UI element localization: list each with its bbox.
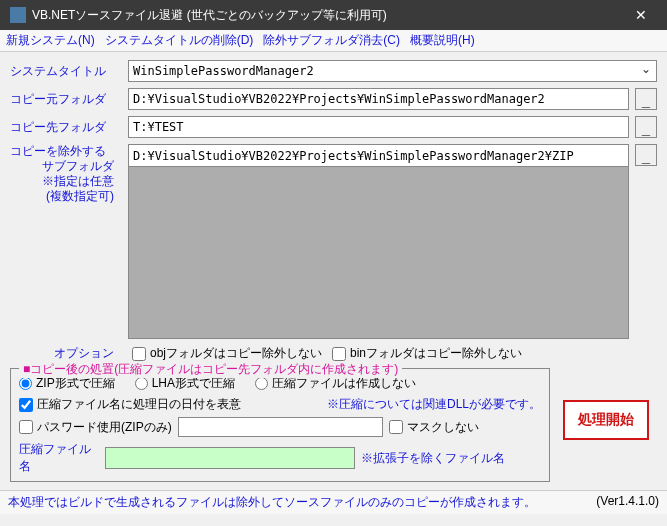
label-src-folder: コピー元フォルダ bbox=[10, 91, 122, 108]
label-system-title: システムタイトル bbox=[10, 63, 122, 80]
app-icon bbox=[10, 7, 26, 23]
ext-note: ※拡張子を除くファイル名 bbox=[361, 450, 505, 467]
password-input[interactable] bbox=[178, 417, 383, 437]
src-folder-browse-button[interactable]: _ bbox=[635, 88, 657, 110]
exclude-folder-input[interactable] bbox=[128, 144, 629, 166]
dst-folder-input[interactable] bbox=[128, 116, 629, 138]
group-title: ■コピー後の処置(圧縮ファイルはコピー先フォルダ内に作成されます) bbox=[19, 361, 402, 378]
obj-noexclude-checkbox[interactable]: objフォルダはコピー除外しない bbox=[132, 345, 322, 362]
obj-noexclude-input[interactable] bbox=[132, 347, 146, 361]
menu-new-system[interactable]: 新規システム(N) bbox=[6, 32, 95, 49]
password-checkbox-input[interactable] bbox=[19, 420, 33, 434]
nomask-checkbox-label: マスクしない bbox=[407, 419, 479, 436]
dst-folder-browse-button[interactable]: _ bbox=[635, 116, 657, 138]
titlebar: VB.NETソースファイル退避 (世代ごとのバックアップ等に利用可) ✕ bbox=[0, 0, 667, 30]
bin-noexclude-checkbox[interactable]: binフォルダはコピー除外しない bbox=[332, 345, 522, 362]
menu-help[interactable]: 概要説明(H) bbox=[410, 32, 475, 49]
label-compress-name: 圧縮ファイル名 bbox=[19, 441, 99, 475]
bin-noexclude-label: binフォルダはコピー除外しない bbox=[350, 345, 522, 362]
menu-delete-title[interactable]: システムタイトルの削除(D) bbox=[105, 32, 254, 49]
menu-clear-exclude[interactable]: 除外サブフォルダ消去(C) bbox=[263, 32, 400, 49]
password-checkbox[interactable]: パスワード使用(ZIPのみ) bbox=[19, 419, 172, 436]
src-folder-input[interactable] bbox=[128, 88, 629, 110]
exclude-folder-list[interactable] bbox=[128, 166, 629, 339]
zip-radio-input[interactable] bbox=[19, 377, 32, 390]
label-exclude-line3: ※指定は任意 bbox=[10, 174, 122, 189]
bin-noexclude-input[interactable] bbox=[332, 347, 346, 361]
version-text: (Ver1.4.1.0) bbox=[596, 494, 659, 511]
label-exclude-line1: コピーを除外する bbox=[10, 144, 122, 159]
close-button[interactable]: ✕ bbox=[621, 0, 661, 30]
label-exclude-line2: サブフォルダ bbox=[10, 159, 122, 174]
system-title-combo[interactable] bbox=[128, 60, 657, 82]
none-radio-input[interactable] bbox=[255, 377, 268, 390]
compress-name-input[interactable] bbox=[105, 447, 355, 469]
label-dst-folder: コピー先フォルダ bbox=[10, 119, 122, 136]
status-text: 本処理ではビルドで生成されるファイルは除外してソースファイルのみのコピーが作成さ… bbox=[8, 494, 596, 511]
window-title: VB.NETソースファイル退避 (世代ごとのバックアップ等に利用可) bbox=[32, 7, 621, 24]
nomask-checkbox[interactable]: マスクしない bbox=[389, 419, 479, 436]
label-option: オプション bbox=[10, 345, 122, 362]
date-in-name-label: 圧縮ファイル名に処理日の日付を表意 bbox=[37, 396, 241, 413]
statusbar: 本処理ではビルドで生成されるファイルは除外してソースファイルのみのコピーが作成さ… bbox=[0, 490, 667, 514]
exclude-folder-browse-button[interactable]: _ bbox=[635, 144, 657, 166]
post-copy-group: ■コピー後の処置(圧縮ファイルはコピー先フォルダ内に作成されます) ZIP形式で… bbox=[10, 368, 550, 482]
date-in-name-input[interactable] bbox=[19, 398, 33, 412]
obj-noexclude-label: objフォルダはコピー除外しない bbox=[150, 345, 322, 362]
password-checkbox-label: パスワード使用(ZIPのみ) bbox=[37, 419, 172, 436]
nomask-checkbox-input[interactable] bbox=[389, 420, 403, 434]
start-button[interactable]: 処理開始 bbox=[563, 400, 649, 440]
label-exclude: コピーを除外する サブフォルダ ※指定は任意 (複数指定可) bbox=[10, 144, 122, 204]
label-exclude-line4: (複数指定可) bbox=[10, 189, 122, 204]
lha-radio-input[interactable] bbox=[135, 377, 148, 390]
dll-note: ※圧縮については関連DLLが必要です。 bbox=[327, 396, 541, 413]
date-in-name-checkbox[interactable]: 圧縮ファイル名に処理日の日付を表意 bbox=[19, 396, 241, 413]
menubar: 新規システム(N) システムタイトルの削除(D) 除外サブフォルダ消去(C) 概… bbox=[0, 30, 667, 52]
